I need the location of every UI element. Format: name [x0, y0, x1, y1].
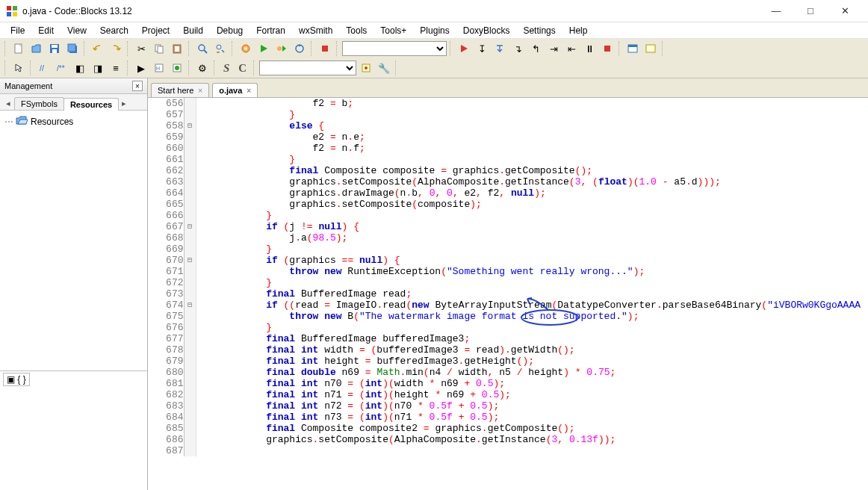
- fold-gutter[interactable]: [184, 244, 196, 255]
- code-line[interactable]: 687: [148, 445, 861, 456]
- copy-icon[interactable]: [151, 40, 167, 57]
- code-text[interactable]: final int n70 = (int)(width * n69 + 0.5)…: [196, 378, 861, 389]
- code-line[interactable]: 661 }: [148, 154, 861, 165]
- code-text[interactable]: throw new B("The watermark image format …: [196, 311, 861, 322]
- code-line[interactable]: 667⊟ if (j != null) {: [148, 221, 861, 232]
- code-line[interactable]: 683 final int n72 = (int)(n70 * 0.5f + 0…: [148, 400, 861, 412]
- next-instr-icon[interactable]: ⇥: [545, 40, 562, 57]
- code-line[interactable]: 665 graphics.setComposite(composite);: [148, 199, 861, 210]
- menu-doxyblocks[interactable]: DoxyBlocks: [457, 24, 516, 37]
- editor-tab-o-java[interactable]: o.java×: [212, 83, 258, 97]
- code-line[interactable]: 657 }: [148, 109, 861, 120]
- fold-gutter[interactable]: [184, 423, 196, 434]
- fold-gutter[interactable]: ⊟: [184, 300, 196, 311]
- run-icon[interactable]: [255, 40, 272, 57]
- code-text[interactable]: final int n73 = (int)(n71 * 0.5f + 0.5);: [196, 412, 861, 423]
- replace-icon[interactable]: [212, 40, 229, 57]
- jump-options-icon[interactable]: [358, 60, 374, 76]
- fold-gutter[interactable]: [184, 356, 196, 367]
- code-text[interactable]: final Composite composite2 = graphics.ge…: [196, 423, 861, 434]
- tab-scroll-left[interactable]: ◂: [2, 96, 14, 110]
- stop-debug-icon[interactable]: [599, 40, 616, 57]
- code-line[interactable]: 673 final BufferedImage read;: [148, 288, 861, 300]
- code-line[interactable]: 668 j.a(98.5);: [148, 232, 861, 244]
- abort-icon[interactable]: [317, 40, 333, 57]
- code-editor[interactable]: 656 f2 = b;657 }658⊟ else {659 e2 = n.e;…: [148, 98, 868, 490]
- close-button[interactable]: ✕: [828, 0, 862, 22]
- paste-icon[interactable]: [169, 40, 185, 57]
- code-text[interactable]: [196, 445, 861, 456]
- code-text[interactable]: throw new RuntimeException("Something we…: [196, 266, 861, 277]
- fold-gutter[interactable]: [184, 445, 196, 456]
- code-line[interactable]: 674⊟ if ((read = ImageIO.read(new ByteAr…: [148, 300, 861, 311]
- code-text[interactable]: j.a(98.5);: [196, 232, 861, 244]
- code-text[interactable]: else {: [196, 120, 861, 131]
- config-doxy-icon[interactable]: ⚙: [194, 60, 211, 76]
- debug-windows-icon[interactable]: [624, 40, 641, 57]
- build-gear-icon[interactable]: [238, 40, 254, 57]
- code-text[interactable]: }: [196, 210, 861, 221]
- block-comment-icon[interactable]: ◧: [72, 60, 88, 76]
- code-text[interactable]: graphics.setComposite(AlphaComposite.get…: [196, 176, 861, 187]
- symbol-jump-select[interactable]: [259, 61, 356, 75]
- code-text[interactable]: }: [196, 244, 861, 255]
- code-line[interactable]: 664 graphics.drawImage(n.b, 0, 0, e2, f2…: [148, 187, 861, 199]
- sidebar-tab-fsymbols[interactable]: FSymbols: [14, 97, 64, 110]
- code-text[interactable]: f2 = n.f;: [196, 143, 861, 154]
- tab-scroll-right[interactable]: ▸: [118, 96, 130, 110]
- fold-gutter[interactable]: [184, 322, 196, 333]
- code-text[interactable]: final int height = bufferedImage3.getHei…: [196, 356, 861, 367]
- code-text[interactable]: final int n71 = (int)(height * n69 + 0.5…: [196, 389, 861, 400]
- code-text[interactable]: final int n72 = (int)(n70 * 0.5f + 0.5);: [196, 400, 861, 412]
- code-text[interactable]: final int width = (bufferedImage3 = read…: [196, 344, 861, 356]
- fold-gutter[interactable]: [184, 389, 196, 400]
- code-line[interactable]: 686 graphics.setComposite(AlphaComposite…: [148, 434, 861, 445]
- code-text[interactable]: final double n69 = Math.min(n4 / width, …: [196, 367, 861, 378]
- code-line[interactable]: 676 }: [148, 322, 861, 333]
- fold-gutter[interactable]: [184, 232, 196, 244]
- code-line[interactable]: 682 final int n71 = (int)(height * n69 +…: [148, 389, 861, 400]
- fold-gutter[interactable]: [184, 277, 196, 288]
- menu-search[interactable]: Search: [94, 24, 134, 37]
- fold-gutter[interactable]: ⊟: [184, 255, 196, 266]
- menu-plugins[interactable]: Plugins: [414, 24, 455, 37]
- code-line[interactable]: 684 final int n73 = (int)(n71 * 0.5f + 0…: [148, 412, 861, 423]
- code-line[interactable]: 662 final Composite composite = graphics…: [148, 165, 861, 176]
- fold-gutter[interactable]: [184, 98, 196, 109]
- build-target-select[interactable]: [342, 41, 447, 56]
- panel-close-button[interactable]: ×: [132, 81, 143, 91]
- code-text[interactable]: }: [196, 277, 861, 288]
- code-line[interactable]: 670⊟ if (graphics == null) {: [148, 255, 861, 266]
- tab-close-icon[interactable]: ×: [198, 87, 202, 95]
- menu-view[interactable]: View: [61, 24, 93, 37]
- fold-gutter[interactable]: [184, 333, 196, 344]
- code-text[interactable]: final BufferedImage bufferedImage3;: [196, 333, 861, 344]
- new-file-icon[interactable]: [10, 40, 27, 57]
- fold-gutter[interactable]: ⊟: [184, 120, 196, 131]
- debug-run-icon[interactable]: [456, 40, 472, 57]
- settings-wrench-icon[interactable]: 🔧: [376, 60, 392, 76]
- chm-doc-icon[interactable]: [169, 60, 185, 76]
- code-text[interactable]: graphics.drawImage(n.b, 0, 0, e2, f2, nu…: [196, 187, 861, 199]
- menu-wxsmith[interactable]: wxSmith: [293, 24, 338, 37]
- code-text[interactable]: e2 = n.e;: [196, 131, 861, 143]
- fold-gutter[interactable]: [184, 165, 196, 176]
- code-text[interactable]: f2 = b;: [196, 98, 861, 109]
- step-instr-icon[interactable]: ⇤: [563, 40, 580, 57]
- tab-close-icon[interactable]: ×: [247, 87, 251, 95]
- doxy-comment-icon[interactable]: /**: [54, 60, 70, 76]
- code-text[interactable]: if (graphics == null) {: [196, 255, 861, 266]
- redo-icon[interactable]: [108, 40, 124, 57]
- run-doxy-icon[interactable]: ▶: [133, 60, 149, 76]
- editor-tab-start-here[interactable]: Start here×: [151, 83, 209, 97]
- code-line[interactable]: 672 }: [148, 277, 861, 288]
- html-doc-icon[interactable]: H: [151, 60, 167, 76]
- fold-gutter[interactable]: [184, 131, 196, 143]
- fold-gutter[interactable]: [184, 400, 196, 412]
- menu-file[interactable]: File: [4, 24, 31, 37]
- cut-icon[interactable]: ✂: [133, 40, 149, 57]
- code-line[interactable]: 659 e2 = n.e;: [148, 131, 861, 143]
- save-icon[interactable]: [46, 40, 63, 57]
- code-line[interactable]: 678 final int width = (bufferedImage3 = …: [148, 344, 861, 356]
- code-line[interactable]: 666 }: [148, 210, 861, 221]
